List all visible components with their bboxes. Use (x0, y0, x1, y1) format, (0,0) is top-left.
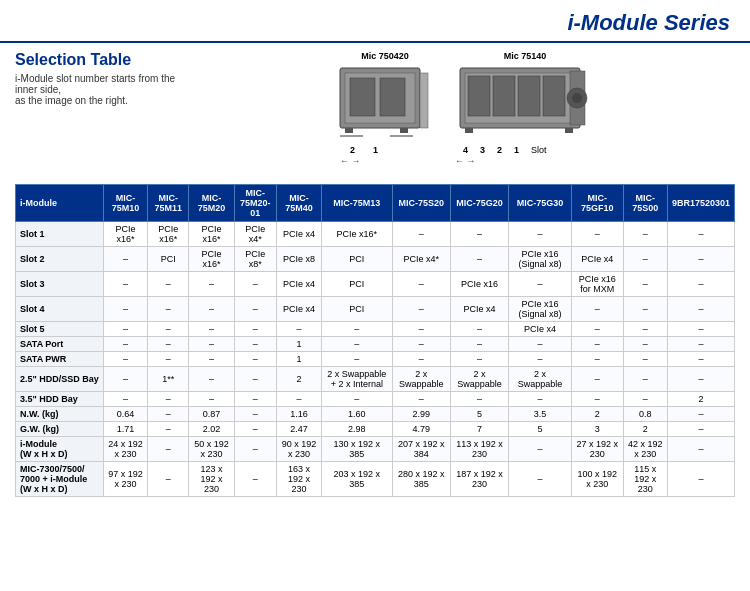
col-header-75gf10: MIC-75GF10 (571, 185, 623, 222)
cell-75g20-sataport: – (450, 337, 508, 352)
device-2: Mic 75140 (455, 51, 595, 166)
cell-75m40-hdd35: – (276, 392, 321, 407)
table-row: Slot 1 PCIe x16* PCIe x16* PCIe x16* PCI… (16, 222, 735, 247)
cell-75m20-gw: 2.02 (189, 422, 234, 437)
cell-75s20-nw: 2.99 (392, 407, 450, 422)
svg-rect-19 (565, 128, 573, 133)
cell-75s20-slot5: – (392, 322, 450, 337)
slot-label-1: 1 (373, 145, 378, 155)
cell-75g20-imod-dim: 113 x 192 x 230 (450, 437, 508, 462)
cell-9br-satapwr: – (667, 352, 734, 367)
cell-75m40-gw: 2.47 (276, 422, 321, 437)
col-header-75g30: MIC-75G30 (509, 185, 572, 222)
cell-9br-mic7300-dim: – (667, 462, 734, 497)
cell-75m20-hdd25: – (189, 367, 234, 392)
cell-9br-sataport: – (667, 337, 734, 352)
table-row: 2.5" HDD/SSD Bay – 1** – – 2 2 x Swappab… (16, 367, 735, 392)
col-header-75m10: MIC-75M10 (103, 185, 147, 222)
cell-75gf10-satapwr: – (571, 352, 623, 367)
cell-75s20-gw: 4.79 (392, 422, 450, 437)
cell-75g30-sataport: – (509, 337, 572, 352)
cell-75gf10-nw: 2 (571, 407, 623, 422)
cell-75g20-mic7300-dim: 187 x 192 x 230 (450, 462, 508, 497)
slot-label-1b: 1 (514, 145, 519, 155)
cell-75s00-slot3: – (623, 272, 667, 297)
cell-75m13-slot4: PCI (322, 297, 392, 322)
cell-75m11-slot5: – (148, 322, 189, 337)
svg-rect-14 (543, 76, 565, 116)
cell-75m40-slot3: PCIe x4 (276, 272, 321, 297)
svg-rect-4 (420, 73, 428, 128)
cell-75m13-hdd25: 2 x Swappable + 2 x Internal (322, 367, 392, 392)
cell-75m40-slot4: PCIe x4 (276, 297, 321, 322)
cell-75m13-satapwr: – (322, 352, 392, 367)
col-header-imodule: i-Module (16, 185, 104, 222)
cell-75m40-satapwr: 1 (276, 352, 321, 367)
main-content: Selection Table i-Module slot number sta… (0, 43, 750, 505)
cell-75g30-slot5: PCIe x4 (509, 322, 572, 337)
row-slot1-header: Slot 1 (16, 222, 104, 247)
col-header-9br: 9BR17520301 (667, 185, 734, 222)
cell-75m11-mic7300-dim: – (148, 462, 189, 497)
cell-75m13-mic7300-dim: 203 x 192 x 385 (322, 462, 392, 497)
cell-75m20-slot4: – (189, 297, 234, 322)
cell-75s00-imod-dim: 42 x 192 x 230 (623, 437, 667, 462)
table-row: Slot 2 – PCI PCIe x16* PCIe x8* PCIe x8 … (16, 247, 735, 272)
svg-rect-3 (380, 78, 405, 116)
cell-75m40-nw: 1.16 (276, 407, 321, 422)
device-2-svg (455, 63, 595, 143)
cell-75m10-slot5: – (103, 322, 147, 337)
cell-75s00-slot4: – (623, 297, 667, 322)
device-1: Mic 750420 (335, 51, 435, 166)
cell-75m20-01-imod-dim: – (234, 437, 276, 462)
cell-9br-imod-dim: – (667, 437, 734, 462)
cell-75g30-slot4: PCIe x16 (Signal x8) (509, 297, 572, 322)
cell-75m13-imod-dim: 130 x 192 x 385 (322, 437, 392, 462)
cell-75m11-slot3: – (148, 272, 189, 297)
cell-9br-slot1: – (667, 222, 734, 247)
cell-75s00-sataport: – (623, 337, 667, 352)
cell-75m20-sataport: – (189, 337, 234, 352)
cell-75m20-mic7300-dim: 123 x 192 x 230 (189, 462, 234, 497)
cell-75gf10-slot2: PCIe x4 (571, 247, 623, 272)
cell-75m10-nw: 0.64 (103, 407, 147, 422)
images-area: Mic 750420 (195, 51, 735, 176)
cell-75m20-01-mic7300-dim: – (234, 462, 276, 497)
cell-75m20-01-slot1: PCIe x4* (234, 222, 276, 247)
table-header-row: i-Module MIC-75M10 MIC-75M11 MIC-75M20 M… (16, 185, 735, 222)
text-area: Selection Table i-Module slot number sta… (15, 51, 195, 114)
table-row: SATA Port – – – – 1 – – – – – – – (16, 337, 735, 352)
cell-75g20-slot5: – (450, 322, 508, 337)
cell-75m10-imod-dim: 24 x 192 x 230 (103, 437, 147, 462)
cell-75m13-slot1: PCIe x16* (322, 222, 392, 247)
cell-75m20-imod-dim: 50 x 192 x 230 (189, 437, 234, 462)
cell-75gf10-hdd25: – (571, 367, 623, 392)
cell-75m20-slot2: PCIe x16* (189, 247, 234, 272)
cell-75gf10-gw: 3 (571, 422, 623, 437)
cell-75m40-slot2: PCIe x8 (276, 247, 321, 272)
cell-75g30-nw: 3.5 (509, 407, 572, 422)
cell-75m20-01-hdd25: – (234, 367, 276, 392)
svg-rect-18 (465, 128, 473, 133)
cell-75m10-satapwr: – (103, 352, 147, 367)
cell-75s00-slot5: – (623, 322, 667, 337)
cell-75s20-slot2: PCIe x4* (392, 247, 450, 272)
table-row: i-Module(W x H x D) 24 x 192 x 230 – 50 … (16, 437, 735, 462)
svg-rect-12 (493, 76, 515, 116)
cell-75m11-slot4: – (148, 297, 189, 322)
selection-table: i-Module MIC-75M10 MIC-75M11 MIC-75M20 M… (15, 184, 735, 497)
cell-75m20-01-nw: – (234, 407, 276, 422)
cell-75gf10-slot1: – (571, 222, 623, 247)
slot-label-2b: 2 (497, 145, 502, 155)
slot-label-4: 4 (463, 145, 468, 155)
cell-9br-gw: – (667, 422, 734, 437)
cell-9br-slot5: – (667, 322, 734, 337)
cell-75s20-slot1: – (392, 222, 450, 247)
cell-75gf10-imod-dim: 27 x 192 x 230 (571, 437, 623, 462)
col-header-75m11: MIC-75M11 (148, 185, 189, 222)
cell-75m10-slot1: PCIe x16* (103, 222, 147, 247)
cell-75m20-01-sataport: – (234, 337, 276, 352)
row-nw-header: N.W. (kg) (16, 407, 104, 422)
col-header-75m20-01: MIC-75M20-01 (234, 185, 276, 222)
cell-75m13-slot3: PCI (322, 272, 392, 297)
